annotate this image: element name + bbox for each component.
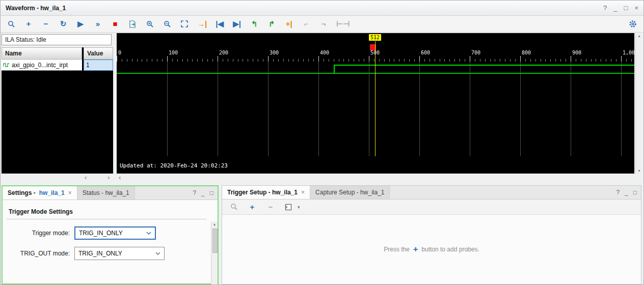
jump-left-icon[interactable]: ↰ <box>250 19 259 28</box>
settings-tabbar: Settings - hw_ila_1 × Status - hw_ila_1 … <box>3 186 218 200</box>
scroll-up-icon[interactable]: ▴ <box>636 34 642 38</box>
tab-close-icon[interactable]: × <box>68 189 72 196</box>
empty-message-prefix: Press the <box>384 246 410 253</box>
tab-status[interactable]: Status - hw_ila_1 <box>77 186 135 200</box>
minimize-icon[interactable]: _ <box>201 189 205 196</box>
ila-status: ILA Status: Idle <box>2 34 112 45</box>
ruler-tick <box>167 56 168 62</box>
ruler-tick <box>318 56 319 62</box>
zoom-fit-icon[interactable] <box>180 19 189 28</box>
help-icon[interactable]: ? <box>616 189 620 196</box>
prev-marker-icon[interactable]: ⌐ <box>302 19 311 28</box>
waveform-vscrollbar[interactable]: ▴ ▾ <box>635 33 642 174</box>
grid-line <box>470 62 470 156</box>
trigger-mode-value: TRIG_IN_ONLY <box>79 230 123 237</box>
ruler-tick-label: 400 <box>320 50 329 55</box>
scrollbar-thumb[interactable] <box>212 229 218 253</box>
ruler-tick <box>621 56 622 62</box>
trig-out-mode-select[interactable]: TRIG_IN_ONLY <box>74 247 165 260</box>
jump-right-icon[interactable]: ↱ <box>267 19 276 28</box>
zoom-in-icon[interactable] <box>145 19 154 28</box>
grid-line <box>369 62 369 156</box>
goto-trigger-icon[interactable]: →| <box>197 19 207 28</box>
tab-status-label: Status - hw_ila_1 <box>83 189 129 196</box>
restart-trigger-icon[interactable]: ↻ <box>59 19 68 28</box>
add-marker-icon[interactable]: +| <box>284 19 293 28</box>
search-icon[interactable] <box>7 19 16 28</box>
trigger-mode-select[interactable]: TRIG_IN_ONLY <box>74 226 156 240</box>
help-icon[interactable]: ? <box>603 4 607 12</box>
run-trigger-immediate-icon[interactable]: » <box>93 19 102 28</box>
add-probe-inline-icon[interactable]: + <box>413 245 418 254</box>
close-icon[interactable]: × <box>634 4 638 12</box>
remove-icon[interactable]: − <box>41 19 50 28</box>
run-trigger-icon[interactable]: ▶ <box>76 19 85 28</box>
name-column-header[interactable]: Name <box>2 47 82 60</box>
prev-transition-icon[interactable]: |◀ <box>215 19 224 28</box>
scroll-left-icon[interactable]: ‹ <box>119 174 121 181</box>
settings-vscrollbar[interactable]: ▴ ▾ <box>211 221 218 285</box>
tab-trigger-setup-label: Trigger Setup - hw_ila_1 <box>227 189 298 196</box>
settings-gear-icon[interactable] <box>628 19 637 28</box>
tab-capture-setup[interactable]: Capture Setup - hw_ila_1 <box>310 186 390 199</box>
ruler-tick <box>419 56 420 62</box>
chevron-down-icon <box>155 252 160 255</box>
titlebar: Waveform - hw_ila_1 ? _ □ × <box>1 1 643 16</box>
ruler-tick-label: 900 <box>572 50 581 55</box>
ruler-tick <box>369 56 369 62</box>
window-controls: ? _ □ × <box>603 4 638 12</box>
waveform-hscrollbar[interactable]: ‹ <box>117 174 634 182</box>
signal-high-segment <box>334 65 634 66</box>
trig-out-mode-label: TRIG_OUT mode: <box>3 250 74 257</box>
remove-probe-icon[interactable]: − <box>266 203 275 212</box>
ruler-tick-label: 300 <box>270 50 279 55</box>
wave-canvas[interactable]: 512 Updated at: 2020-Feb-24 20:02:23 010… <box>117 33 634 174</box>
trig-out-mode-value: TRIG_IN_ONLY <box>78 250 122 257</box>
signal-wave-icon <box>3 62 10 68</box>
add-icon[interactable]: + <box>24 19 33 28</box>
ruler-tick-label: 700 <box>471 50 480 55</box>
signal-value-cell[interactable]: 1 <box>84 60 113 71</box>
trigger-setup-panel: Trigger Setup - hw_ila_1 × Capture Setup… <box>222 185 641 284</box>
ruler-tick <box>470 56 470 62</box>
scroll-right-icon[interactable]: › <box>108 174 110 181</box>
ruler-tick <box>520 56 521 62</box>
waveform-window: Waveform - hw_ila_1 ? _ □ × + − ↻ ▶ » ■ … <box>0 0 644 285</box>
grid-line <box>520 62 521 156</box>
signal-low-segment <box>117 73 634 74</box>
grid-line <box>571 62 571 156</box>
search-probes-icon[interactable] <box>229 203 238 212</box>
ruler-tick <box>117 56 117 62</box>
snap-to-transition-icon[interactable]: ⊢⊣ <box>336 19 350 28</box>
add-probe-icon[interactable]: + <box>248 203 257 212</box>
maximize-icon[interactable]: □ <box>210 189 213 196</box>
tab-close-icon[interactable]: × <box>301 189 305 196</box>
minimize-icon[interactable]: _ <box>613 4 617 12</box>
zoom-out-icon[interactable] <box>163 19 172 28</box>
name-column-hscrollbar[interactable]: ‹ › <box>2 174 113 182</box>
next-transition-icon[interactable]: ▶| <box>232 19 242 28</box>
next-marker-icon[interactable]: ¬ <box>319 19 328 28</box>
ruler-tick-label: 500 <box>370 50 380 55</box>
cursor-label[interactable]: 512 <box>369 34 381 41</box>
tab-trigger-setup[interactable]: Trigger Setup - hw_ila_1 × <box>222 186 310 199</box>
value-column-header[interactable]: Value <box>84 47 113 60</box>
grid-line <box>268 62 269 156</box>
stop-trigger-icon[interactable]: ■ <box>111 19 120 28</box>
settings-panel-controls: ? _ □ <box>193 186 218 200</box>
updated-timestamp: Updated at: 2020-Feb-24 20:02:23 <box>120 162 228 169</box>
export-data-icon[interactable] <box>128 19 137 28</box>
chevron-down-icon[interactable]: ▾ <box>298 205 300 210</box>
trigger-condition-icon[interactable] <box>284 203 293 212</box>
scroll-left-icon[interactable]: ‹ <box>85 174 87 181</box>
scroll-up-icon[interactable]: ▴ <box>211 222 218 226</box>
help-icon[interactable]: ? <box>193 189 196 196</box>
maximize-icon[interactable]: □ <box>624 4 628 12</box>
maximize-icon[interactable]: □ <box>633 189 637 196</box>
tab-settings[interactable]: Settings - hw_ila_1 × <box>3 186 77 200</box>
signal-row[interactable]: axi_gpio_0...intc_irpt <box>2 60 82 71</box>
trigger-mode-settings-heading: Trigger Mode Settings <box>9 208 218 215</box>
cursor-line[interactable] <box>375 41 375 156</box>
minimize-icon[interactable]: _ <box>625 189 628 196</box>
scroll-down-icon[interactable]: ▾ <box>636 168 642 173</box>
